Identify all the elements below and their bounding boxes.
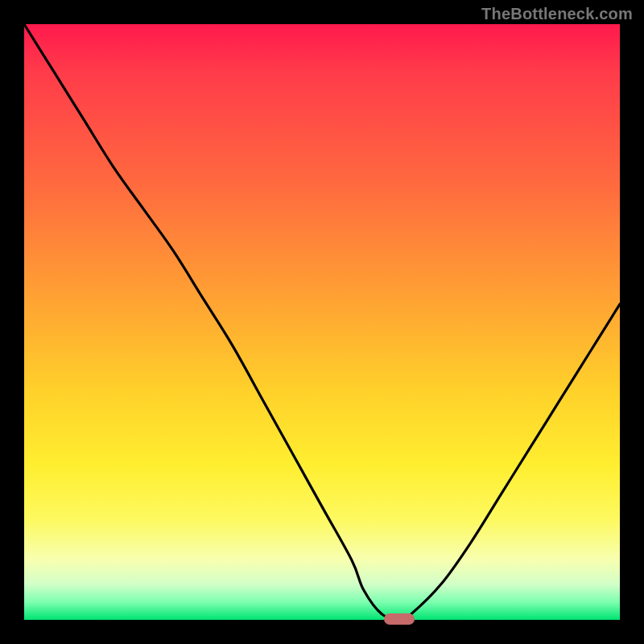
bottleneck-curve <box>24 24 620 620</box>
chart-frame: TheBottleneck.com <box>0 0 644 644</box>
attribution-text: TheBottleneck.com <box>481 5 633 23</box>
optimum-marker <box>384 613 415 625</box>
plot-area <box>24 24 620 620</box>
